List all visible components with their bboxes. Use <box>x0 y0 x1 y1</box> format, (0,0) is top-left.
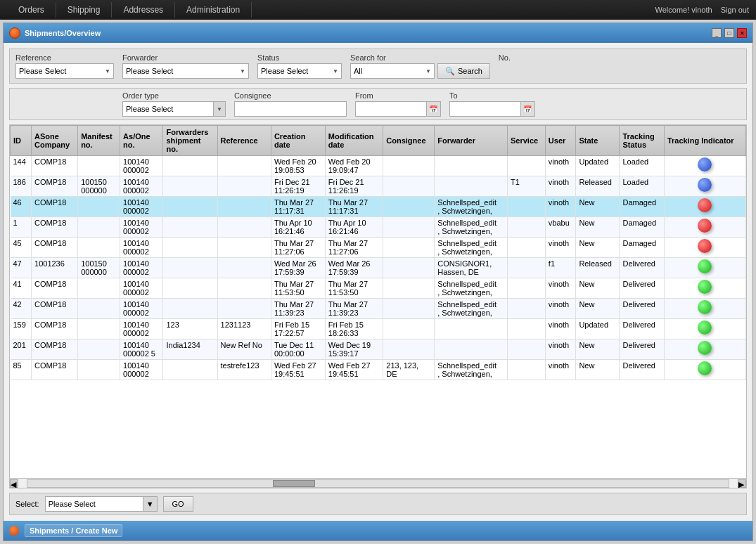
order-type-select[interactable]: Please Select <box>122 101 214 117</box>
nav-shipping[interactable]: Shipping <box>56 2 113 18</box>
cell-state: New <box>576 299 620 319</box>
cell-id: 45 <box>11 238 32 258</box>
table-row[interactable]: 186 COMP18 100150000000 100140000002 Fri… <box>11 176 746 197</box>
cell-state: New <box>576 339 620 360</box>
cell-forwarder: Schnellsped_edit, Schwetzingen, <box>435 278 508 299</box>
cell-tracking-status: Delivered <box>620 299 664 319</box>
cell-tracking-status: Damaged <box>620 238 664 258</box>
search-button[interactable]: 🔍 Search <box>437 63 490 79</box>
col-forwarder: Forwarder <box>435 126 508 156</box>
status-label: Status <box>257 53 342 62</box>
table-row[interactable]: 45 COMP18 100140000002 Thu Mar 2711:27:0… <box>11 238 746 258</box>
cell-modification: Thu Mar 2711:27:06 <box>325 238 383 258</box>
to-calendar-button[interactable]: 📅 <box>520 102 534 116</box>
cell-consignee <box>383 176 435 197</box>
cell-fwd-ship <box>163 176 217 197</box>
cell-consignee <box>383 339 435 360</box>
cell-modification: Wed Mar 2617:59:39 <box>325 258 383 278</box>
minimize-button[interactable]: _ <box>712 28 722 38</box>
table-row[interactable]: 144 COMP18 100140000002 Wed Feb 2019:08:… <box>11 156 746 176</box>
tracking-indicator-circle <box>698 198 712 212</box>
tracking-indicator-circle <box>698 239 712 253</box>
table-row[interactable]: 201 COMP18 100140000002 5 India1234 New … <box>11 339 746 360</box>
cell-user: vinoth <box>545 339 576 360</box>
cell-forwarder <box>435 319 508 339</box>
table-row[interactable]: 42 COMP18 100140000002 Thu Mar 2711:39:2… <box>11 299 746 319</box>
horizontal-scrollbar[interactable]: ◀ ▶ <box>10 478 746 488</box>
col-tracking-indicator: Tracking Indicator <box>664 126 745 156</box>
cell-manifest <box>78 299 120 319</box>
scroll-track <box>27 479 729 488</box>
cell-consignee <box>383 217 435 238</box>
scroll-thumb[interactable] <box>273 480 315 487</box>
status-select[interactable]: Please Select ▼ <box>257 63 342 79</box>
data-table-container: ID ASoneCompany Manifestno. As/Oneno. Fo… <box>9 124 747 488</box>
cell-service <box>507 278 545 299</box>
from-date-input[interactable] <box>356 102 426 116</box>
forwarder-select[interactable]: Please Select ▼ <box>122 63 249 79</box>
cell-forwarder: Schnellsped_edit, Schwetzingen, <box>435 217 508 238</box>
col-fwd-ship: Forwardersshipmentno. <box>163 126 217 156</box>
signout-link[interactable]: Sign out <box>721 6 749 14</box>
from-label: From <box>355 91 441 100</box>
table-row[interactable]: 41 COMP18 100140000002 Thu Mar 2711:53:5… <box>11 278 746 299</box>
cell-id: 1 <box>11 217 32 238</box>
consignee-input[interactable] <box>234 101 347 117</box>
reference-select[interactable]: Please Select ▼ <box>15 63 114 79</box>
cell-id: 85 <box>11 360 32 380</box>
search-for-arrow: ▼ <box>425 68 431 75</box>
cell-modification: Thu Mar 2711:53:50 <box>325 278 383 299</box>
table-scroll[interactable]: ID ASoneCompany Manifestno. As/Oneno. Fo… <box>10 125 746 478</box>
cell-consignee <box>383 197 435 217</box>
col-creation: Creationdate <box>271 126 325 156</box>
scroll-left-button[interactable]: ◀ <box>10 479 18 488</box>
forwarder-select-arrow: ▼ <box>240 68 245 75</box>
status-field-group: Status Please Select ▼ <box>257 53 342 79</box>
close-button[interactable]: ✕ <box>737 28 747 38</box>
cell-manifest: 100150000000 <box>78 258 120 278</box>
cell-reference <box>217 197 271 217</box>
nav-addresses[interactable]: Addresses <box>112 2 175 18</box>
cell-state: Updated <box>576 156 620 176</box>
to-date-input[interactable] <box>450 102 520 116</box>
cell-tracking-status: Delivered <box>620 319 664 339</box>
table-row[interactable]: 159 COMP18 100140000002 123 1231123 Fri … <box>11 319 746 339</box>
cell-state: Released <box>576 258 620 278</box>
cell-indicator <box>664 339 745 360</box>
cell-id: 159 <box>11 319 32 339</box>
table-row[interactable]: 1 COMP18 100140000002 Thu Apr 1016:21:46… <box>11 217 746 238</box>
cell-consignee <box>383 238 435 258</box>
cell-user: vinoth <box>545 299 576 319</box>
cell-asone: 100140000002 <box>120 176 163 197</box>
bottom-select[interactable]: Please Select <box>45 496 143 512</box>
cell-asone: 100140000002 <box>120 258 163 278</box>
status-select-arrow: ▼ <box>333 68 338 75</box>
cell-asone: 100140000002 <box>120 156 163 176</box>
table-row[interactable]: 47 1001236 100150000000 100140000002 Wed… <box>11 258 746 278</box>
cell-tracking-status: Delivered <box>620 278 664 299</box>
cell-reference <box>217 156 271 176</box>
title-bar: Shipments/Overview _ □ ✕ <box>4 23 752 43</box>
footer-create-new-link[interactable]: Shipments / Create New <box>25 524 122 537</box>
search-for-select[interactable]: All ▼ <box>350 63 435 79</box>
cell-manifest <box>78 278 120 299</box>
go-button[interactable]: GO <box>163 496 193 512</box>
cell-fwd-ship <box>163 360 217 380</box>
cell-state: Updated <box>576 319 620 339</box>
col-state: State <box>576 126 620 156</box>
cell-tracking-status: Damaged <box>620 197 664 217</box>
from-calendar-button[interactable]: 📅 <box>426 102 440 116</box>
cell-tracking-status: Loaded <box>620 156 664 176</box>
scroll-right-button[interactable]: ▶ <box>738 479 746 488</box>
footer-icon <box>9 526 19 536</box>
cell-manifest <box>78 339 120 360</box>
from-date-wrap: 📅 <box>355 101 441 117</box>
table-body: 144 COMP18 100140000002 Wed Feb 2019:08:… <box>11 156 746 380</box>
table-row[interactable]: 85 COMP18 100140000002 testrefe123 Wed F… <box>11 360 746 380</box>
nav-administration[interactable]: Administration <box>175 2 252 18</box>
cell-user: vinoth <box>545 156 576 176</box>
table-row[interactable]: 46 COMP18 100140000002 Thu Mar 2711:17:3… <box>11 197 746 217</box>
maximize-button[interactable]: □ <box>724 28 734 38</box>
toolbar-row-1: Reference Please Select ▼ Forwarder Plea… <box>9 48 747 84</box>
nav-orders[interactable]: Orders <box>7 2 56 18</box>
